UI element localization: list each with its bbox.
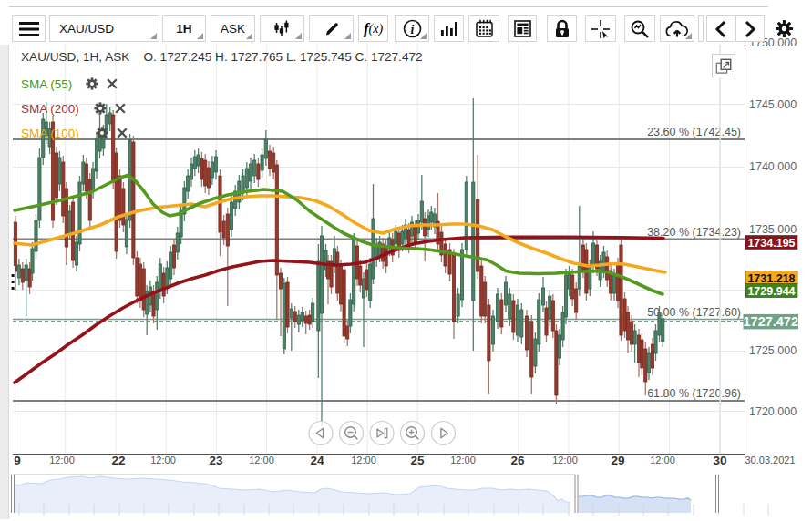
svg-text:1740.000: 1740.000 xyxy=(749,160,797,173)
svg-text:SMA (55): SMA (55) xyxy=(21,77,72,91)
svg-text:30.03.2021: 30.03.2021 xyxy=(745,455,795,465)
svg-text:12:00: 12:00 xyxy=(150,455,176,465)
svg-text:12:00: 12:00 xyxy=(49,455,75,465)
svg-text:1729.944: 1729.944 xyxy=(747,285,795,298)
svg-text:30: 30 xyxy=(713,454,726,467)
svg-text:24: 24 xyxy=(310,454,324,467)
svg-text:XAU/USD, 1H, ASK O. 1727.24: XAU/USD, 1H, ASK O. 1727.245 H. 1727.765… xyxy=(21,50,423,64)
svg-text:26: 26 xyxy=(510,454,525,467)
svg-text:1731.218: 1731.218 xyxy=(747,272,795,285)
svg-text:1734.195: 1734.195 xyxy=(747,237,795,250)
svg-text:12:00: 12:00 xyxy=(249,455,274,465)
svg-text:25: 25 xyxy=(410,454,425,467)
svg-text:1725.000: 1725.000 xyxy=(749,344,797,357)
svg-text:38.20 % (1734.23): 38.20 % (1734.23) xyxy=(647,226,741,239)
svg-text:1745.000: 1745.000 xyxy=(749,98,797,111)
svg-text:i: i xyxy=(410,23,414,36)
svg-text:23.60 % (1742.45): 23.60 % (1742.45) xyxy=(647,126,741,138)
svg-text:29: 29 xyxy=(611,454,624,467)
svg-text:61.80 % (1720.96): 61.80 % (1720.96) xyxy=(647,387,741,400)
svg-text:12:00: 12:00 xyxy=(650,455,675,465)
svg-text:22: 22 xyxy=(111,454,125,467)
svg-text:1727.472: 1727.472 xyxy=(744,314,798,329)
svg-text:12:00: 12:00 xyxy=(450,455,476,465)
svg-text:23: 23 xyxy=(209,454,223,467)
svg-text:SMA (200): SMA (200) xyxy=(21,102,79,116)
svg-text:50.00 % (1727.60): 50.00 % (1727.60) xyxy=(647,306,741,319)
svg-text:12:00: 12:00 xyxy=(552,455,578,465)
svg-text:1720.000: 1720.000 xyxy=(749,405,797,418)
svg-text:SMA (100): SMA (100) xyxy=(21,127,79,140)
svg-text:12:00: 12:00 xyxy=(351,455,376,465)
svg-text:1735.000: 1735.000 xyxy=(749,223,797,236)
svg-text:9: 9 xyxy=(14,454,21,467)
